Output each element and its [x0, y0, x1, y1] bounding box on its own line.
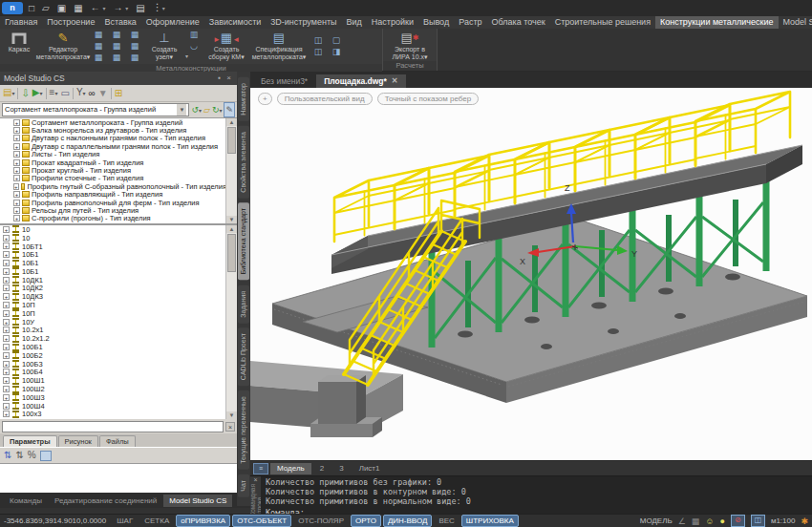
- status-toggle[interactable]: ОТС-ПОЛЯР: [293, 515, 349, 527]
- expand-icon[interactable]: +: [3, 302, 10, 308]
- expand-icon[interactable]: +: [13, 119, 20, 126]
- expand-icon[interactable]: +: [3, 285, 10, 291]
- drawing-viewport[interactable]: + Пользовательский вид Точный с показом …: [250, 88, 812, 460]
- profile-item[interactable]: + 100Б4: [0, 369, 226, 377]
- expand-icon[interactable]: +: [13, 175, 20, 181]
- scroll-down-icon[interactable]: ▼: [226, 216, 237, 223]
- expand-icon[interactable]: +: [3, 268, 10, 275]
- open-file-icon[interactable]: ▱: [40, 2, 52, 14]
- profile-item[interactable]: + 100Ш2: [0, 385, 226, 393]
- ribbon-tab[interactable]: Зависимости: [204, 16, 267, 29]
- expand-icon[interactable]: +: [13, 215, 20, 221]
- profile-item[interactable]: + 10БТ1: [0, 242, 226, 251]
- folder-icon[interactable]: ▱: [203, 103, 210, 116]
- profile-item[interactable]: + 10ДК3: [0, 292, 226, 301]
- expand-icon[interactable]: +: [3, 377, 10, 384]
- expand-icon[interactable]: +: [3, 260, 10, 266]
- expand-icon[interactable]: +: [3, 394, 10, 401]
- scroll-down-icon[interactable]: ▼: [226, 411, 237, 419]
- expand-icon[interactable]: +: [3, 251, 10, 258]
- karkas-button[interactable]: Каркас: [2, 30, 36, 63]
- view-name-control[interactable]: Пользовательский вид: [277, 93, 373, 105]
- sort-alpha-icon[interactable]: ⇅: [15, 449, 23, 462]
- command-line-window[interactable]: × Командная строка Количество примитивов…: [250, 475, 812, 516]
- scrollbar-thumb[interactable]: [227, 127, 236, 154]
- status-toggle[interactable]: ОРТО: [351, 515, 381, 527]
- frame-view-icon[interactable]: ◫: [310, 35, 327, 46]
- create-node-button[interactable]: ⊥ Создать узел▾: [145, 30, 183, 63]
- layout-list-icon[interactable]: ≡: [253, 463, 268, 474]
- beam-icon[interactable]: ▦: [126, 30, 143, 40]
- ribbon-tab[interactable]: Настройки: [367, 16, 418, 29]
- side-tab[interactable]: CADLib Проект: [238, 327, 249, 386]
- app-logo-icon[interactable]: n: [2, 2, 23, 14]
- expand-icon[interactable]: +: [3, 403, 10, 410]
- expand-icon[interactable]: +: [3, 310, 10, 317]
- viewport-expand-control[interactable]: +: [258, 93, 272, 105]
- profiles-scrollbar[interactable]: ▲ ▼: [225, 225, 237, 419]
- create-km-assembly-button[interactable]: ►▦◄ Создать сборку КМ▾: [204, 30, 248, 63]
- scroll-up-icon[interactable]: ▲: [226, 225, 237, 233]
- frame-view-icon[interactable]: ◫: [310, 47, 327, 57]
- save-as-icon[interactable]: ▦: [72, 2, 84, 14]
- panel-tab[interactable]: Файлы: [99, 435, 136, 447]
- ribbon-tab[interactable]: Построение: [42, 16, 99, 29]
- new-file-icon[interactable]: □: [27, 2, 36, 14]
- workspace-icon[interactable]: ∠: [678, 516, 686, 527]
- import-icon[interactable]: ⇩: [21, 87, 29, 100]
- ribbon-tab[interactable]: Конструкции металлические: [655, 16, 779, 29]
- expand-icon[interactable]: +: [3, 352, 10, 359]
- dock-tab[interactable]: Model Studio CS: [163, 495, 232, 507]
- beam-icon[interactable]: ▦: [126, 41, 143, 52]
- edit-mode-icon[interactable]: ✎: [224, 102, 235, 117]
- expand-icon[interactable]: +: [3, 242, 10, 249]
- expand-icon[interactable]: +: [13, 151, 20, 158]
- layout-tab[interactable]: 2: [313, 463, 331, 474]
- expand-icon[interactable]: +: [3, 319, 10, 326]
- status-toggle[interactable]: оПРИВЯЗКА: [176, 515, 230, 527]
- close-icon[interactable]: ×: [226, 74, 233, 82]
- beam-icon[interactable]: ▦: [90, 41, 107, 52]
- expand-icon[interactable]: +: [3, 411, 10, 417]
- document-tab-unsaved[interactable]: Без имени3*: [253, 74, 315, 88]
- ribbon-tab[interactable]: Строительные решения: [550, 16, 655, 29]
- lightbulb-icon[interactable]: ●: [719, 516, 724, 527]
- expand-icon[interactable]: +: [13, 143, 20, 150]
- expand-icon[interactable]: +: [13, 200, 20, 206]
- panel-titlebar[interactable]: Model Studio CS ▪ ×: [0, 72, 237, 85]
- side-tab[interactable]: Чат: [238, 474, 249, 497]
- profile-item[interactable]: + 10: [0, 225, 226, 234]
- panel-tab[interactable]: Параметры: [3, 435, 57, 447]
- ribbon-tab[interactable]: Model Studio CS: [779, 16, 812, 29]
- beam-icon[interactable]: ▦: [126, 53, 143, 63]
- profile-item[interactable]: + 10ДК1: [0, 276, 226, 285]
- profile-item[interactable]: + 100Б2: [0, 351, 226, 360]
- status-toggle[interactable]: ОТС-ОБЪЕКТ: [232, 515, 291, 527]
- user-icon[interactable]: ☺: [705, 516, 714, 527]
- panel-tab[interactable]: Рисунок: [58, 435, 98, 447]
- funnel-filter-icon[interactable]: ▼: [98, 87, 108, 100]
- expand-icon[interactable]: +: [3, 361, 10, 368]
- profile-item[interactable]: + 10.2х1.2: [0, 334, 226, 343]
- run-icon[interactable]: ▶▾: [32, 86, 43, 100]
- print-icon[interactable]: ▤: [134, 2, 146, 14]
- document-tab-active[interactable]: Площадка.dwg* ✕: [316, 74, 405, 88]
- tree-settings-icon[interactable]: ≡▾: [50, 86, 58, 100]
- expand-icon[interactable]: +: [13, 191, 20, 198]
- side-tab[interactable]: Свойства элемента: [238, 126, 249, 199]
- layout-tab[interactable]: Лист1: [353, 463, 387, 474]
- profile-item[interactable]: + 10ДК2: [0, 285, 226, 293]
- ribbon-tab[interactable]: Главная: [0, 16, 42, 29]
- profile-item[interactable]: + 10П: [0, 301, 226, 309]
- clear-filter-icon[interactable]: ×: [225, 422, 235, 432]
- profile-item[interactable]: + 10Б1: [0, 267, 226, 276]
- side-tab[interactable]: Задания: [238, 285, 249, 324]
- expand-icon[interactable]: +: [13, 183, 19, 190]
- beam-icon[interactable]: ▦: [90, 53, 107, 63]
- status-toggle[interactable]: ШАГ: [112, 515, 138, 527]
- customize-menu-icon[interactable]: ⋮▾: [151, 1, 167, 15]
- node-tool-icon[interactable]: ▥: [185, 30, 203, 40]
- status-toggle[interactable]: ШТРИХОВКА: [461, 515, 519, 527]
- profile-item[interactable]: + 10П: [0, 309, 226, 318]
- profile-item[interactable]: + 100Б3: [0, 360, 226, 369]
